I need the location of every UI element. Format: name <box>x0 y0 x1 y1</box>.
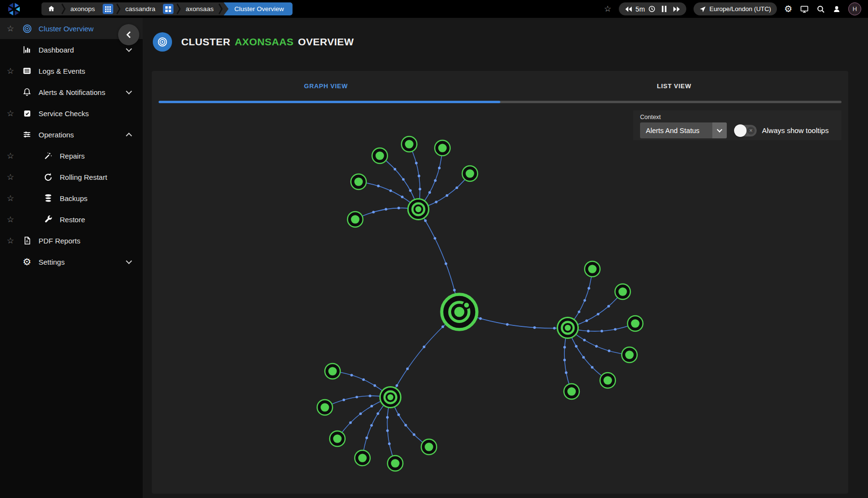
star-icon[interactable]: ☆ <box>7 108 21 119</box>
edge-particle-dot <box>371 405 373 407</box>
pause-icon[interactable] <box>661 5 667 13</box>
sidebar-collapse-button[interactable] <box>118 24 139 45</box>
time-range-label[interactable]: 5m <box>636 5 645 13</box>
rotate-ccw-icon <box>42 172 54 182</box>
edge-particle-dot <box>587 330 589 332</box>
sidebar-item-repairs[interactable]: ☆ Repairs <box>0 145 143 166</box>
star-icon[interactable]: ☆ <box>7 193 21 203</box>
graph-node-satellite[interactable] <box>401 136 417 152</box>
breadcrumb-item-type[interactable]: cassandra <box>120 5 160 13</box>
user-avatar[interactable]: H <box>848 2 861 15</box>
toggle-off-x-icon: × <box>747 127 755 135</box>
graph-node-satellite[interactable] <box>325 363 340 379</box>
edge-particle-dot <box>418 175 420 177</box>
top-bar: axonops cassandra axonsaas Cluster Overv… <box>0 0 868 18</box>
graph-node-satellite[interactable] <box>622 347 637 363</box>
edge-particle-dot <box>597 313 599 315</box>
breadcrumb-item-org[interactable]: axonops <box>66 5 100 13</box>
context-label: Context <box>640 114 836 121</box>
user-icon[interactable] <box>832 5 841 13</box>
cluster-overview-icon <box>153 32 172 52</box>
graph-node-satellite[interactable] <box>355 450 370 466</box>
home-icon[interactable] <box>41 5 61 13</box>
rewind-icon[interactable] <box>625 6 632 13</box>
sidebar-item-restore[interactable]: ☆ Restore <box>0 209 143 230</box>
graph-node-satellite[interactable] <box>615 284 630 299</box>
display-icon[interactable] <box>800 5 809 13</box>
edge-particle-dot <box>377 185 379 187</box>
breadcrumb-item-current-page[interactable]: Cluster Overview <box>224 2 293 15</box>
graph-node-hub[interactable] <box>408 199 429 220</box>
main-content: CLUSTERAXONSAASOVERVIEW GRAPH VIEW LIST … <box>143 18 868 494</box>
graph-node-hub[interactable] <box>558 318 578 338</box>
edge-particle-dot <box>419 188 421 190</box>
cluster-switcher-grid-icon[interactable] <box>163 4 174 14</box>
star-icon[interactable]: ☆ <box>7 24 21 34</box>
chevron-down-icon <box>126 258 132 264</box>
graph-node-satellite[interactable] <box>462 166 478 181</box>
edge-particle-dot <box>434 237 436 240</box>
edge-particle-dot <box>376 412 379 415</box>
edge-particle-dot <box>446 194 448 197</box>
edge-particle-dot <box>409 189 412 192</box>
search-icon[interactable] <box>816 5 825 13</box>
sidebar-item-backups[interactable]: ☆ Backups <box>0 188 143 209</box>
clock-icon[interactable] <box>648 5 655 13</box>
timezone-selector[interactable]: Europe/London (UTC) <box>694 2 777 15</box>
star-icon[interactable]: ☆ <box>7 66 21 76</box>
context-select[interactable]: Alerts And Status <box>640 122 727 138</box>
graph-node-central[interactable] <box>442 295 477 330</box>
graph-node-satellite[interactable] <box>628 316 643 331</box>
bell-icon <box>21 87 33 97</box>
sidebar-item-service-checks[interactable]: ☆ Service Checks <box>0 103 143 124</box>
star-icon[interactable]: ☆ <box>7 236 21 246</box>
edge-particle-dot <box>479 317 481 320</box>
graph-node-satellite[interactable] <box>435 140 450 156</box>
edge-particle-dot <box>398 207 400 209</box>
graph-node-satellite[interactable] <box>372 148 387 163</box>
sidebar-item-pdf-reports[interactable]: ☆ PDF Reports <box>0 230 143 251</box>
edge-particle-dot <box>591 366 593 368</box>
breadcrumb-separator-icon <box>116 2 120 15</box>
chevron-down-icon[interactable] <box>712 122 727 138</box>
graph-node-satellite[interactable] <box>330 431 345 446</box>
edge-particle-dot <box>608 350 610 352</box>
sidebar-item-operations[interactable]: Operations <box>0 124 143 145</box>
star-icon[interactable]: ☆ <box>7 215 21 225</box>
toggle-knob[interactable] <box>734 124 747 137</box>
sidebar-item-settings[interactable]: ⚙ Settings <box>0 251 143 272</box>
edge-particle-dot <box>372 211 374 213</box>
edge-particle-dot <box>413 433 415 436</box>
edge-particle-dot <box>455 187 458 189</box>
sidebar-item-logs-events[interactable]: ☆ Logs & Events <box>0 60 143 81</box>
graph-node-satellite[interactable] <box>585 261 600 277</box>
favorite-star-icon[interactable]: ☆ <box>604 5 611 13</box>
gear-icon[interactable]: ⚙ <box>784 4 792 13</box>
graph-node-satellite[interactable] <box>600 373 615 388</box>
checkbox-icon <box>21 109 33 118</box>
edge-particle-dot <box>438 167 441 169</box>
graph-node-hub[interactable] <box>380 387 401 408</box>
edge-particle-dot <box>369 394 371 397</box>
timezone-label: Europe/London (UTC) <box>709 5 771 13</box>
graph-node-satellite[interactable] <box>351 174 366 189</box>
graph-node-satellite[interactable] <box>421 439 437 455</box>
graph-node-satellite[interactable] <box>317 400 333 415</box>
tooltips-toggle[interactable]: × <box>734 125 757 136</box>
graph-node-satellite[interactable] <box>564 384 579 399</box>
chevron-up-icon <box>126 133 132 139</box>
org-switcher-grid-icon[interactable] <box>103 4 113 14</box>
star-icon[interactable]: ☆ <box>7 172 21 182</box>
edge-particle-dot <box>601 330 603 332</box>
breadcrumb-item-cluster[interactable]: axonsaas <box>181 5 218 13</box>
edge-particle-dot <box>584 299 586 301</box>
sidebar-item-rolling-restart[interactable]: ☆ Rolling Restart <box>0 166 143 188</box>
edge-particle-dot <box>563 359 566 361</box>
fast-forward-icon[interactable] <box>673 6 681 13</box>
star-icon[interactable]: ☆ <box>7 151 21 161</box>
edge-particle-dot <box>386 430 388 432</box>
graph-node-satellite[interactable] <box>387 456 403 471</box>
sidebar-item-alerts-notifications[interactable]: Alerts & Notifications <box>0 81 143 103</box>
graph-node-satellite[interactable] <box>347 212 363 227</box>
edge-particle-dot <box>441 325 444 328</box>
